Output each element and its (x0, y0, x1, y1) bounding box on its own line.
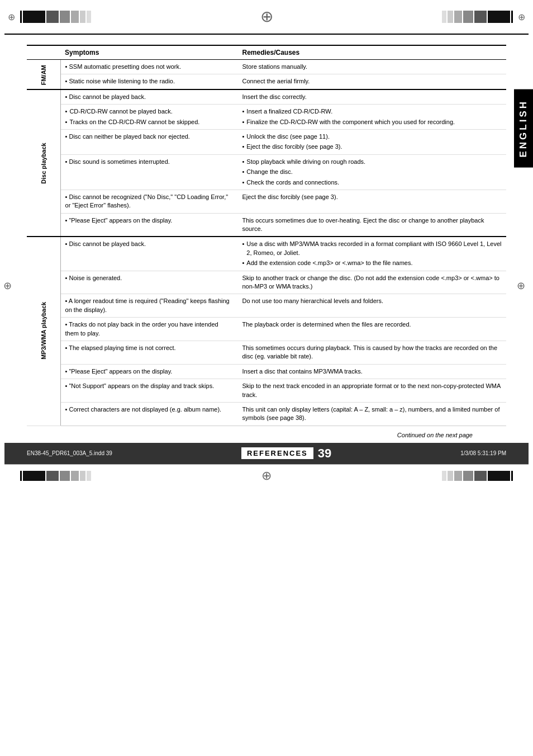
page-number: 39 (318, 446, 331, 461)
bottom-crosshair: ⊕ (261, 469, 272, 483)
mp3-row-8: • Correct characters are not displayed (… (27, 402, 506, 426)
group-col-header (27, 45, 60, 60)
disc-remedy-2: •Insert a finalized CD-R/CD-RW. •Finaliz… (238, 105, 507, 130)
disc-symptom-2: •CD-R/CD-RW cannot be played back. •Trac… (60, 105, 237, 130)
disc-remedy-5: Eject the disc forcibly (see page 3). (238, 190, 507, 213)
mp3-remedy-5: This sometimes occurs during playback. T… (238, 341, 507, 364)
top-bar-left (20, 11, 91, 23)
fmam-row-2: • Static noise while listening to the ra… (27, 74, 506, 89)
disc-remedy-6: This occurs sometimes due to over-heatin… (238, 213, 507, 237)
mp3-remedy-2: Skip to another track or change the disc… (238, 271, 507, 294)
mp3-row-7: • "Not Support" appears on the display a… (27, 379, 506, 403)
troubleshooting-table: Symptoms Remedies/Causes FM/AM • SSM aut… (27, 45, 506, 426)
top-header: ⊕ ⊕ ⊕ (4, 0, 529, 35)
left-margin-mark: ⊕ (8, 12, 15, 22)
mp3-symptom-7: • "Not Support" appears on the display a… (60, 379, 237, 403)
bottom-trim: ⊕ (4, 464, 529, 488)
mp3-symptom-4: • Tracks do not play back in the order y… (60, 318, 237, 341)
symptoms-header: Symptoms (60, 45, 237, 60)
disc-row-1: Disc playback • Disc cannot be played ba… (27, 89, 506, 105)
disc-row-2: •CD-R/CD-RW cannot be played back. •Trac… (27, 105, 506, 130)
disc-symptom-5: • Disc cannot be recognized ("No Disc," … (60, 190, 237, 213)
disc-symptom-1: • Disc cannot be played back. (60, 89, 237, 105)
fmam-group-label: FM/AM (27, 60, 60, 89)
fmam-row-1: FM/AM • SSM automatic presetting does no… (27, 60, 506, 74)
mp3-row-6: • "Please Eject" appears on the display.… (27, 364, 506, 379)
mp3-row-2: • Noise is generated. Skip to another tr… (27, 271, 506, 294)
mp3-symptom-2: • Noise is generated. (60, 271, 237, 294)
mp3-remedy-3: Do not use too many hierarchical levels … (238, 294, 507, 318)
disc-row-3: • Disc can neither be played back nor ej… (27, 129, 506, 154)
disc-group-label: Disc playback (27, 89, 60, 237)
mp3-remedy-7: Skip to the next track encoded in an app… (238, 379, 507, 403)
mp3-row-3: • A longer readout time is required ("Re… (27, 294, 506, 318)
right-crosshair-mark: ⊕ (517, 280, 525, 292)
remedies-header: Remedies/Causes (238, 45, 507, 60)
disc-row-4: • Disc sound is sometimes interrupted. •… (27, 154, 506, 190)
disc-remedy-1: Insert the disc correctly. (238, 89, 507, 105)
mp3-group-label: MP3/WMA playback (27, 237, 60, 426)
mp3-remedy-1: •Use a disc with MP3/WMA tracks recorded… (238, 237, 507, 271)
footer-section-label: REFERENCES 39 (241, 446, 331, 461)
references-label: REFERENCES (241, 447, 313, 459)
right-margin-mark: ⊕ (518, 12, 525, 22)
continued-text: Continued on the next page (27, 432, 506, 438)
fmam-remedy-2: Connect the aerial firmly. (238, 74, 507, 89)
mp3-row-1: MP3/WMA playback • Disc cannot be played… (27, 237, 506, 271)
footer-bar: EN38-45_PDR61_003A_5.indd 39 REFERENCES … (4, 443, 529, 464)
mp3-symptom-1: • Disc cannot be played back. (60, 237, 237, 271)
mp3-remedy-8: This unit can only display letters (capi… (238, 402, 507, 426)
mp3-symptom-8: • Correct characters are not displayed (… (60, 402, 237, 426)
disc-remedy-3: •Unlock the disc (see page 11). •Eject t… (238, 129, 507, 154)
fmam-symptom-1: • SSM automatic presetting does not work… (60, 60, 237, 74)
mp3-row-5: • The elapsed playing time is not correc… (27, 341, 506, 364)
fmam-remedy-1: Store stations manually. (238, 60, 507, 74)
mp3-symptom-5: • The elapsed playing time is not correc… (60, 341, 237, 364)
mp3-symptom-3: • A longer readout time is required ("Re… (60, 294, 237, 318)
disc-symptom-3: • Disc can neither be played back nor ej… (60, 129, 237, 154)
left-crosshair-mark: ⊕ (3, 280, 12, 292)
footer-left-text: EN38-45_PDR61_003A_5.indd 39 (27, 450, 112, 456)
mp3-remedy-6: Insert a disc that contains MP3/WMA trac… (238, 364, 507, 379)
english-label: ENGLISH (514, 89, 533, 168)
disc-row-6: • "Please Eject" appears on the display.… (27, 213, 506, 237)
fmam-symptom-2: • Static noise while listening to the ra… (60, 74, 237, 89)
disc-symptom-4: • Disc sound is sometimes interrupted. (60, 154, 237, 190)
footer-right-text: 1/3/08 5:31:19 PM (460, 450, 506, 456)
disc-row-5: • Disc cannot be recognized ("No Disc," … (27, 190, 506, 213)
mp3-row-4: • Tracks do not play back in the order y… (27, 318, 506, 341)
mp3-remedy-4: The playback order is determined when th… (238, 318, 507, 341)
top-bar-right (442, 11, 513, 23)
mp3-symptom-6: • "Please Eject" appears on the display. (60, 364, 237, 379)
disc-remedy-4: •Stop playback while driving on rough ro… (238, 154, 507, 190)
center-crosshair: ⊕ (260, 9, 273, 25)
table-header-row: Symptoms Remedies/Causes (27, 45, 506, 60)
disc-symptom-6: • "Please Eject" appears on the display. (60, 213, 237, 237)
